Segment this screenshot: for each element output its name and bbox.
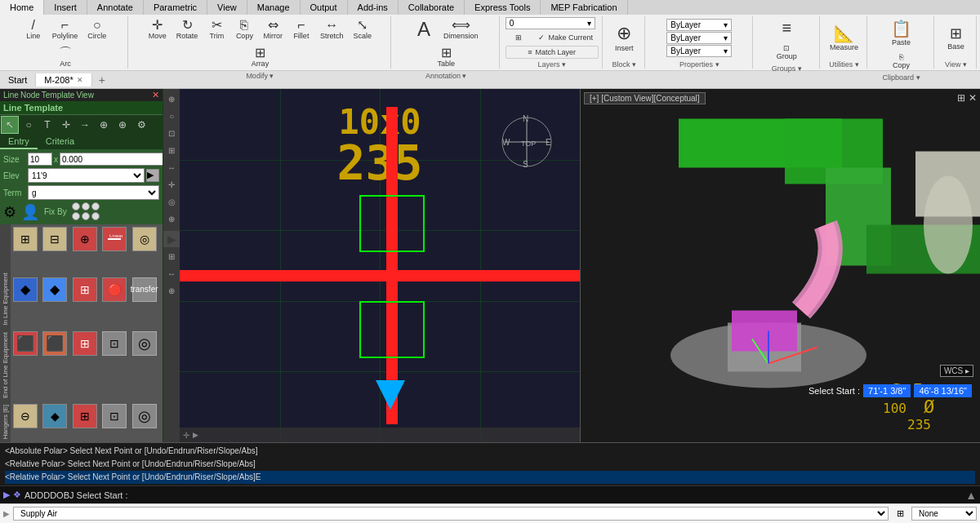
base-button[interactable]: ⊞Base bbox=[943, 22, 969, 53]
modify-rotate-button[interactable]: ↻Rotate bbox=[172, 16, 203, 42]
mini-tool-4[interactable]: ⊞ bbox=[163, 142, 180, 158]
modify-array-button[interactable]: ⊞Array bbox=[247, 44, 273, 70]
layer-dropdown[interactable]: 0 bbox=[506, 17, 595, 29]
vp3d-close-button[interactable]: ✕ bbox=[969, 92, 977, 104]
measure-button[interactable]: 📐Measure bbox=[826, 21, 862, 54]
copy-clip-button[interactable]: ⎘Copy bbox=[889, 51, 915, 72]
modify-fillet-button[interactable]: ⌐Fillet bbox=[288, 16, 314, 42]
hanger-item-3[interactable]: ⊞ bbox=[73, 404, 97, 428]
tab-addins[interactable]: Add-ins bbox=[348, 0, 399, 15]
group-button[interactable]: ⊡Group bbox=[773, 42, 801, 63]
draw-arc-button[interactable]: ⌒Arc bbox=[52, 44, 78, 70]
criteria-tab[interactable]: Criteria bbox=[38, 135, 82, 149]
tab-mep[interactable]: MEP Fabrication bbox=[541, 0, 627, 15]
mini-tool-1[interactable]: ⊕ bbox=[163, 91, 180, 107]
eol-item-4[interactable]: ⊡ bbox=[102, 331, 127, 356]
x-input[interactable] bbox=[60, 153, 163, 166]
modify-move-button[interactable]: ✛Move bbox=[145, 16, 171, 42]
hangers-label[interactable]: Hangers [E] bbox=[0, 401, 11, 442]
equip-item-5[interactable]: ◎ bbox=[132, 227, 157, 251]
hanger-item-4[interactable]: ⊡ bbox=[102, 404, 127, 428]
supply-air-select[interactable]: Supply Air bbox=[13, 507, 889, 521]
mini-tool-10[interactable]: ⊞ bbox=[163, 248, 180, 264]
mini-tool-8[interactable]: ⊕ bbox=[163, 211, 180, 227]
inline-equipment-label[interactable]: In Line Equipment bbox=[0, 224, 11, 329]
mini-tool-3[interactable]: ⊡ bbox=[163, 125, 180, 141]
linetype-dropdown[interactable]: ByLayer bbox=[666, 32, 732, 44]
paste-button[interactable]: 📋Paste bbox=[887, 16, 915, 49]
viewport-3d[interactable]: S-5 100 Ø 235 [+] [Custom View][Conceptu… bbox=[580, 89, 980, 442]
fix-dot-5[interactable] bbox=[82, 212, 90, 220]
match-properties-button[interactable]: ≡ bbox=[773, 16, 800, 40]
lp-menu-line[interactable]: Line bbox=[3, 91, 19, 100]
color-dropdown[interactable]: ByLayer bbox=[666, 19, 732, 31]
none-select[interactable]: None bbox=[911, 507, 977, 521]
table-button[interactable]: ⊞Table bbox=[433, 44, 459, 70]
layer-properties-button[interactable]: ⊞ bbox=[506, 31, 532, 44]
equip-item-9[interactable]: 🔴 bbox=[102, 277, 127, 302]
fix-dot-4[interactable] bbox=[72, 212, 80, 220]
doc-tab-m208[interactable]: M-208* ✕ bbox=[36, 73, 91, 86]
hanger-item-1[interactable]: ⊖ bbox=[13, 404, 38, 428]
fix-dot-6[interactable] bbox=[91, 212, 100, 220]
left-panel-close-button[interactable]: ✕ bbox=[152, 90, 159, 100]
dimension-button[interactable]: ⟺Dimension bbox=[439, 16, 483, 42]
equip-item-6[interactable]: ◆ bbox=[13, 277, 38, 302]
equip-item-3[interactable]: ⊕ bbox=[73, 227, 97, 251]
tab-home[interactable]: Home bbox=[0, 0, 44, 15]
fix-dot-2[interactable] bbox=[82, 202, 90, 211]
fix-dot-1[interactable] bbox=[72, 202, 80, 211]
hanger-item-5[interactable]: ◎ bbox=[132, 404, 157, 428]
hanger-item-2[interactable]: ◆ bbox=[42, 404, 67, 428]
equip-item-7[interactable]: ◆ bbox=[42, 277, 67, 302]
lp-tool-snap1[interactable]: ⊕ bbox=[95, 116, 113, 134]
vp3d-expand-button[interactable]: ⊞ bbox=[957, 92, 965, 104]
lp-menu-node[interactable]: Node bbox=[20, 91, 40, 100]
elev-btn[interactable]: ▶ bbox=[146, 169, 159, 182]
person-icon[interactable]: 👤 bbox=[21, 203, 39, 221]
command-input[interactable] bbox=[24, 490, 962, 500]
eol-item-1[interactable]: ⬛ bbox=[13, 331, 38, 356]
supply-icon[interactable]: ⊞ bbox=[892, 506, 908, 522]
draw-line-button[interactable]: /Line bbox=[20, 16, 47, 42]
doc-tab-add[interactable]: + bbox=[92, 72, 112, 88]
doc-tab-m208-close[interactable]: ✕ bbox=[77, 76, 83, 84]
tab-express[interactable]: Express Tools bbox=[465, 0, 541, 15]
modify-scale-button[interactable]: ⤡Scale bbox=[349, 16, 376, 42]
fix-dot-3[interactable] bbox=[91, 202, 100, 211]
equip-item-4[interactable]: Linear bbox=[102, 227, 127, 251]
term-select[interactable]: g bbox=[28, 185, 159, 200]
coord-box-2[interactable]: 46'-8 13/16" bbox=[914, 384, 972, 397]
mini-tool-5[interactable]: ↔ bbox=[163, 159, 180, 175]
entry-tab[interactable]: Entry bbox=[0, 135, 38, 149]
tab-output[interactable]: Output bbox=[301, 0, 348, 15]
mini-tool-7[interactable]: ◎ bbox=[163, 193, 180, 210]
tab-manage[interactable]: Manage bbox=[247, 0, 301, 15]
modify-stretch-button[interactable]: ↔Stretch bbox=[316, 16, 348, 42]
equip-item-2[interactable]: ⊟ bbox=[42, 227, 67, 251]
elev-select[interactable]: 11'9 bbox=[28, 168, 145, 183]
eol-item-5[interactable]: ◎ bbox=[132, 331, 157, 356]
tab-view[interactable]: View bbox=[207, 0, 247, 15]
equip-item-8[interactable]: ⊞ bbox=[73, 277, 97, 302]
tab-collaborate[interactable]: Collaborate bbox=[399, 0, 465, 15]
equip-item-1[interactable]: ⊞ bbox=[13, 227, 38, 251]
size-input[interactable] bbox=[28, 153, 52, 166]
equip-item-transfer[interactable]: transfer bbox=[132, 277, 157, 302]
eol-item-2[interactable]: ⬛ bbox=[42, 331, 67, 356]
mini-tool-2[interactable]: ○ bbox=[163, 108, 180, 124]
mini-tool-6[interactable]: ✛ bbox=[163, 176, 180, 193]
insert-button[interactable]: ⊕Insert bbox=[611, 20, 638, 55]
make-current-button[interactable]: ✓Make Current bbox=[533, 31, 599, 44]
tab-annotate[interactable]: Annotate bbox=[87, 0, 144, 15]
modify-trim-button[interactable]: ✂Trim bbox=[203, 16, 229, 42]
lp-tool-settings[interactable]: ⚙ bbox=[132, 116, 150, 134]
tab-insert[interactable]: Insert bbox=[44, 0, 87, 15]
coord-box-1[interactable]: 71'-1 3/8" bbox=[863, 384, 911, 397]
viewport-2d[interactable]: 10x0 235 N S E W TOP bbox=[180, 89, 580, 442]
lineweight-dropdown[interactable]: ByLayer bbox=[666, 45, 732, 57]
lp-menu-template[interactable]: Template bbox=[42, 91, 75, 100]
draw-circle-button[interactable]: ○Circle bbox=[83, 16, 110, 42]
lp-tool-arrow[interactable]: → bbox=[76, 116, 94, 134]
lp-tool-circle[interactable]: ○ bbox=[20, 116, 38, 134]
